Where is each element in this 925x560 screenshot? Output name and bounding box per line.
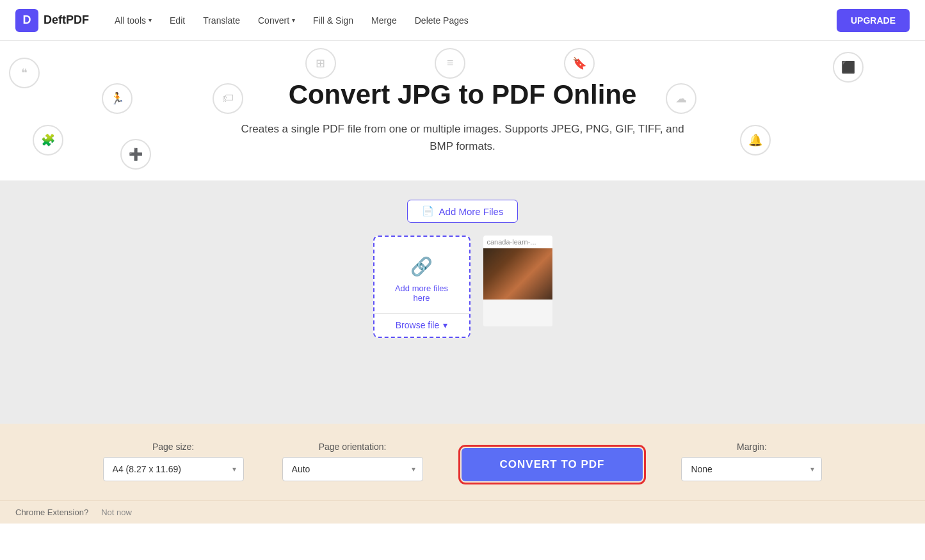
not-now-link[interactable]: Not now — [101, 508, 132, 517]
margin-group: Margin: None Small Medium Large ▾ — [681, 442, 822, 481]
page-size-group: Page size: A4 (8.27 x 11.69) Letter (8.5… — [103, 442, 244, 481]
chevron-down-icon: ▾ — [443, 320, 447, 330]
page-orientation-select[interactable]: Auto Portrait Landscape — [282, 457, 423, 481]
upgrade-button[interactable]: UPGRADE — [837, 9, 910, 32]
float-icon-7: 🔖 — [564, 48, 595, 79]
nav-delete-pages[interactable]: Delete Pages — [415, 15, 469, 26]
margin-label: Margin: — [681, 442, 822, 452]
nav-merge[interactable]: Merge — [371, 15, 397, 26]
nav-edit[interactable]: Edit — [170, 15, 185, 26]
float-icon-11: 🔔 — [740, 125, 771, 156]
image-preview — [483, 248, 552, 300]
convert-btn-wrap: CONVERT TO PDF — [462, 448, 643, 481]
nav-convert[interactable]: Convert ▾ — [258, 15, 295, 26]
image-filename: canada-learn-... — [483, 236, 552, 248]
float-icon-6: ≡ — [435, 48, 465, 79]
float-icon-9: ⬛ — [833, 52, 864, 83]
logo-icon: D — [15, 9, 38, 32]
float-icon-8: ☁ — [666, 83, 696, 114]
float-icon-5: ⊞ — [305, 48, 336, 79]
files-row: 🔗 Add more files here Browse file ▾ cana… — [0, 236, 925, 338]
image-card-bottom — [483, 300, 552, 326]
bottom-bar-inner: Page size: A4 (8.27 x 11.69) Letter (8.5… — [0, 442, 925, 500]
chevron-down-icon: ▾ — [149, 17, 152, 24]
notification-message: Chrome Extension? — [15, 508, 88, 517]
image-card: canada-learn-... — [483, 236, 552, 326]
work-area: 📄 Add More Files 🔗 Add more files here B… — [0, 180, 925, 424]
browse-file-button[interactable]: Browse file ▾ — [374, 313, 469, 337]
nav-all-tools[interactable]: All tools ▾ — [115, 15, 152, 26]
logo-text: DeftPDF — [44, 13, 89, 27]
add-more-files-wrap: 📄 Add More Files — [0, 200, 925, 223]
file-icon: 📄 — [422, 205, 434, 217]
nav-translate[interactable]: Translate — [203, 15, 240, 26]
hero-subtitle: Creates a single PDF file from one or mu… — [239, 120, 687, 155]
page-orientation-select-wrap: Auto Portrait Landscape ▾ — [282, 457, 423, 481]
page-title: Convert JPG to PDF Online — [13, 79, 912, 110]
page-size-select-wrap: A4 (8.27 x 11.69) Letter (8.5 x 11) Lega… — [103, 457, 244, 481]
drop-label: Add more files here — [387, 284, 456, 303]
nav-links: All tools ▾ Edit Translate Convert ▾ Fil… — [115, 15, 837, 26]
float-icon-4: ➕ — [120, 139, 151, 170]
page-size-select[interactable]: A4 (8.27 x 11.69) Letter (8.5 x 11) Lega… — [103, 457, 244, 481]
float-icon-3: 🧩 — [33, 125, 63, 156]
notification-strip: Chrome Extension? Not now — [0, 500, 925, 524]
nav-fill-sign[interactable]: Fill & Sign — [313, 15, 353, 26]
page-orientation-label: Page orientation: — [282, 442, 423, 452]
float-icon-2: 🏃 — [102, 83, 133, 114]
navbar: D DeftPDF All tools ▾ Edit Translate Con… — [0, 0, 925, 41]
logo[interactable]: D DeftPDF — [15, 9, 89, 32]
convert-to-pdf-button[interactable]: CONVERT TO PDF — [462, 448, 643, 481]
page-orientation-group: Page orientation: Auto Portrait Landscap… — [282, 442, 423, 481]
add-more-files-button[interactable]: 📄 Add More Files — [407, 200, 519, 223]
float-icon-10: 🏷 — [213, 83, 243, 114]
page-size-label: Page size: — [103, 442, 244, 452]
paperclip-icon: 🔗 — [410, 256, 433, 277]
bottom-bar: Page size: A4 (8.27 x 11.69) Letter (8.5… — [0, 424, 925, 524]
chevron-down-icon: ▾ — [292, 17, 295, 24]
margin-select-wrap: None Small Medium Large ▾ — [681, 457, 822, 481]
margin-select[interactable]: None Small Medium Large — [681, 457, 822, 481]
hero-section: ❝ 🏃 🧩 ➕ ⊞ ≡ 🔖 ☁ ⬛ 🏷 🔔 Convert JPG to PDF… — [0, 41, 925, 180]
drop-zone-top: 🔗 Add more files here — [374, 237, 469, 313]
drop-zone[interactable]: 🔗 Add more files here Browse file ▾ — [373, 236, 471, 338]
